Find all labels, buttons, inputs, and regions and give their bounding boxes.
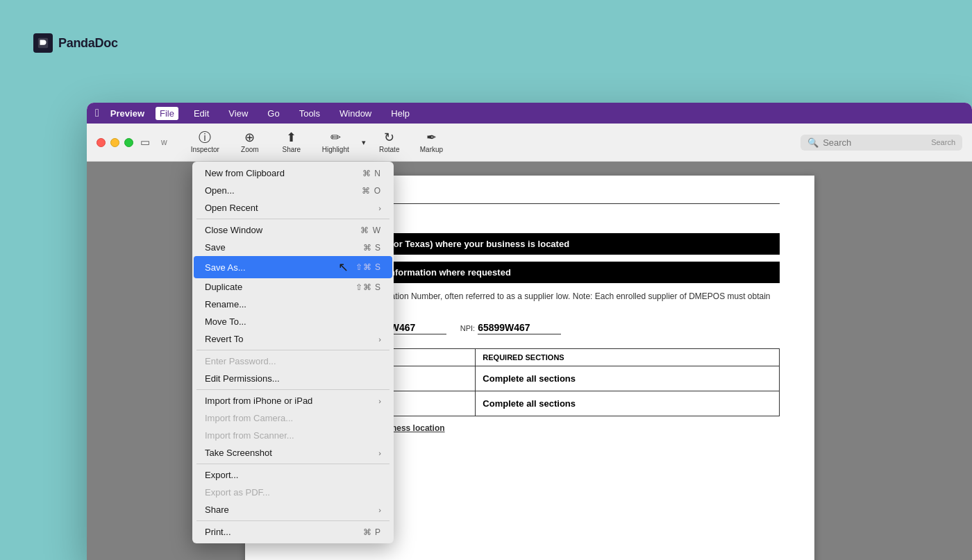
menu-edit[interactable]: Edit <box>190 107 213 120</box>
table-cell-2-2: Complete all sections <box>476 391 779 416</box>
dd-revert-to-label: Revert To <box>205 334 243 344</box>
close-button[interactable] <box>97 138 106 147</box>
search-input[interactable] <box>823 137 927 148</box>
dd-export-pdf-label: Export as PDF... <box>205 487 270 498</box>
field2-label: NPI: <box>460 324 475 332</box>
dd-print[interactable]: Print... ⌘ P <box>194 523 392 541</box>
dd-import-iphone-label: Import from iPhone or iPad <box>205 396 312 406</box>
menu-tools[interactable]: Tools <box>295 107 324 120</box>
markup-button[interactable]: ✒ Markup <box>410 127 453 158</box>
search-label: Search <box>931 138 955 146</box>
dd-edit-permissions[interactable]: Edit Permissions... <box>194 370 392 387</box>
dd-import-camera: Import from Camera... <box>194 409 392 427</box>
rotate-button[interactable]: ↻ Rotate <box>369 127 410 158</box>
dd-separator-4 <box>196 464 389 464</box>
toolbar: ▭ w ⓘ Inspector ⊕ Zoom ⬆ Share ✏ Highlig… <box>87 124 972 162</box>
dd-new-from-clipboard[interactable]: New from Clipboard ⌘ N <box>194 164 392 182</box>
dd-open-label: Open... <box>205 185 235 196</box>
dd-export-label: Export... <box>205 470 238 480</box>
dd-separator-3 <box>196 389 389 390</box>
inspector-button[interactable]: ⓘ Inspector <box>181 127 229 158</box>
pdf-field-2: NPI: 65899W467 <box>460 322 561 334</box>
markup-icon: ✒ <box>426 131 437 144</box>
mac-window:  Preview File Edit View Go Tools Window… <box>87 103 972 560</box>
dd-rename-label: Rename... <box>205 299 246 309</box>
markup-label: Markup <box>420 146 443 153</box>
dd-move-to[interactable]: Move To... <box>194 313 392 330</box>
share-label: Share <box>282 146 301 153</box>
dd-separator-5 <box>196 520 389 521</box>
table-header-2: REQUIRED SECTIONS <box>476 349 779 366</box>
zoom-icon: ⊕ <box>244 131 255 144</box>
highlight-icon: ✏ <box>330 131 341 144</box>
menu-view[interactable]: View <box>224 107 252 120</box>
minimize-button[interactable] <box>110 138 119 147</box>
highlight-button[interactable]: ✏ Highlight <box>312 127 359 158</box>
inspector-icon: ⓘ <box>199 131 211 144</box>
share-icon: ⬆ <box>286 131 296 144</box>
share-button[interactable]: ⬆ Share <box>271 127 312 158</box>
dd-take-screenshot-label: Take Screenshot <box>205 448 272 458</box>
zoom-label: Zoom <box>241 146 259 153</box>
dd-save[interactable]: Save ⌘ S <box>194 239 392 256</box>
dd-open[interactable]: Open... ⌘ O <box>194 182 392 199</box>
dd-separator-1 <box>196 219 389 219</box>
pandadoc-icon <box>33 33 53 53</box>
dd-print-label: Print... <box>205 527 231 537</box>
highlight-dropdown-button[interactable]: ▾ <box>359 134 369 151</box>
dd-import-camera-label: Import from Camera... <box>205 413 293 423</box>
menu-help[interactable]: Help <box>387 107 414 120</box>
search-bar[interactable]: 🔍 Search <box>801 135 962 151</box>
traffic-lights <box>97 138 133 147</box>
dd-close-window-shortcut: ⌘ W <box>360 226 381 235</box>
dd-duplicate[interactable]: Duplicate ⇧⌘ S <box>194 278 392 296</box>
dd-save-as[interactable]: Save As... ↖ ⇧⌘ S <box>194 256 392 278</box>
dd-duplicate-shortcut: ⇧⌘ S <box>355 282 381 292</box>
dd-import-scanner-label: Import from Scanner... <box>205 430 294 441</box>
dd-export-pdf: Export as PDF... <box>194 484 392 501</box>
file-dropdown-menu: New from Clipboard ⌘ N Open... ⌘ O Open … <box>192 162 394 543</box>
dd-revert-to-arrow: › <box>378 335 381 343</box>
app-name: Preview <box>110 108 144 119</box>
dd-rename[interactable]: Rename... <box>194 296 392 313</box>
dd-new-from-clipboard-shortcut: ⌘ N <box>362 169 381 178</box>
dd-save-label: Save <box>205 242 226 253</box>
sidebar-toggle-icon[interactable]: ▭ <box>140 136 150 149</box>
inspector-label: Inspector <box>191 146 219 153</box>
dd-print-shortcut: ⌘ P <box>363 527 381 537</box>
dd-import-scanner: Import from Scanner... <box>194 427 392 444</box>
menu-bar:  Preview File Edit View Go Tools Window… <box>87 103 972 124</box>
dd-save-as-label: Save As... <box>205 262 246 273</box>
cursor-icon: ↖ <box>338 260 349 275</box>
fullscreen-button[interactable] <box>124 138 133 147</box>
dd-revert-to[interactable]: Revert To › <box>194 330 392 348</box>
dd-open-recent-arrow: › <box>378 204 381 212</box>
menu-go[interactable]: Go <box>263 107 283 120</box>
apple-menu-icon[interactable]:  <box>95 107 99 119</box>
dd-import-iphone-arrow: › <box>378 397 381 405</box>
rotate-label: Rotate <box>379 146 399 153</box>
dd-share[interactable]: Share › <box>194 501 392 518</box>
pandadoc-text: PandaDoc <box>58 36 118 51</box>
zoom-button[interactable]: ⊕ Zoom <box>229 127 271 158</box>
dd-import-iphone[interactable]: Import from iPhone or iPad › <box>194 392 392 409</box>
field2-value: 65899W467 <box>478 322 561 334</box>
dd-open-recent[interactable]: Open Recent › <box>194 199 392 217</box>
dd-take-screenshot-arrow: › <box>378 449 381 457</box>
menu-file[interactable]: File <box>156 107 178 120</box>
dd-share-label: Share <box>205 504 229 515</box>
dd-close-window[interactable]: Close Window ⌘ W <box>194 221 392 239</box>
pandadoc-logo: PandaDoc <box>33 33 118 53</box>
dd-save-shortcut: ⌘ S <box>363 243 381 253</box>
dd-edit-permissions-label: Edit Permissions... <box>205 373 280 384</box>
dd-enter-password-label: Enter Password... <box>205 356 276 366</box>
dd-export[interactable]: Export... <box>194 466 392 484</box>
dd-take-screenshot[interactable]: Take Screenshot › <box>194 444 392 461</box>
table-cell-1-2: Complete all sections <box>476 366 779 391</box>
dd-close-window-label: Close Window <box>205 225 262 235</box>
dd-duplicate-label: Duplicate <box>205 282 242 292</box>
menu-window[interactable]: Window <box>335 107 376 120</box>
dd-move-to-label: Move To... <box>205 316 246 327</box>
dd-new-from-clipboard-label: New from Clipboard <box>205 168 285 178</box>
highlight-label: Highlight <box>322 146 349 153</box>
